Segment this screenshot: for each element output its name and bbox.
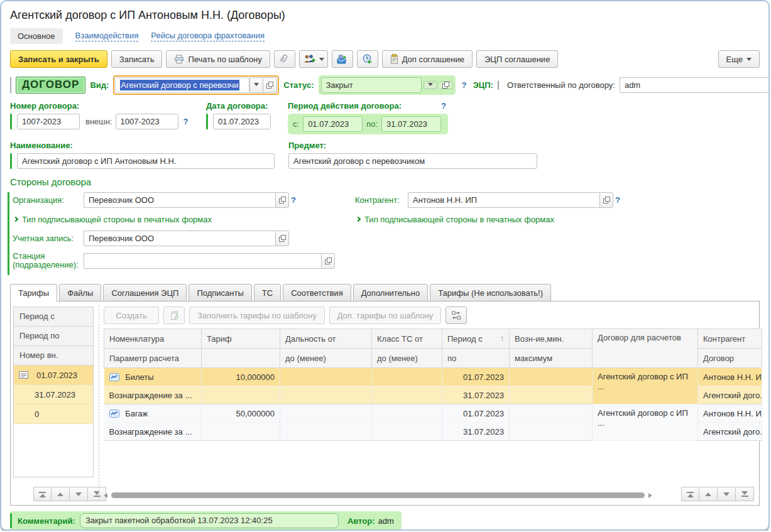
- history-button[interactable]: [357, 50, 378, 68]
- cell-class[interactable]: [372, 386, 442, 404]
- cell-fee[interactable]: [510, 404, 593, 423]
- send-email-button[interactable]: [332, 50, 353, 68]
- col-tariff[interactable]: Тариф: [202, 329, 280, 349]
- period-list-header-number[interactable]: Номер вн.: [14, 346, 93, 366]
- cell-class[interactable]: [372, 368, 442, 386]
- save-button[interactable]: Записать: [111, 50, 163, 68]
- col-period-to[interactable]: по: [442, 349, 510, 368]
- cell-distance[interactable]: [280, 404, 372, 423]
- cell-calc-contract[interactable]: Агентский договор с ИП ...: [593, 404, 698, 441]
- station-open-button[interactable]: [321, 253, 335, 269]
- ecp-checkbox[interactable]: [498, 80, 499, 90]
- cell-distance[interactable]: [280, 423, 372, 441]
- status-help-icon[interactable]: ?: [460, 80, 469, 90]
- print-template-button[interactable]: Печать по шаблону: [166, 50, 270, 68]
- cell-contract[interactable]: Агентский дого...: [698, 386, 762, 404]
- doc-flag-checkbox[interactable]: [10, 77, 11, 94]
- kind-open-button[interactable]: [263, 77, 277, 93]
- kind-dropdown-button[interactable]: [249, 77, 263, 93]
- cell-calc-param[interactable]: Вознаграждение за ...: [104, 386, 202, 404]
- organization-help-icon[interactable]: ?: [289, 195, 298, 205]
- tab-additional[interactable]: Дополнительно: [353, 284, 429, 301]
- go-last-button[interactable]: [736, 487, 754, 501]
- organization-input[interactable]: Перевозчик ООО: [84, 192, 275, 208]
- subject-input[interactable]: Агентский договор с перевозчиком: [288, 153, 537, 169]
- status-input[interactable]: Закрыт: [321, 77, 422, 93]
- account-open-button[interactable]: [275, 231, 289, 246]
- tab-signers[interactable]: Подписанты: [189, 284, 251, 301]
- responsible-input[interactable]: adm: [620, 77, 770, 93]
- date-input[interactable]: 01.07.2023: [213, 114, 271, 129]
- col-nomenclature[interactable]: Номенклатура: [104, 329, 202, 349]
- period-to-input[interactable]: 31.07.2023: [381, 116, 441, 132]
- table-row[interactable]: Билеты 10,000000 01.07.2023 Агентский до…: [104, 368, 762, 386]
- ecp-agreement-button[interactable]: ЭЦП соглашение: [476, 50, 558, 68]
- horizontal-scrollbar[interactable]: [104, 491, 652, 499]
- station-input[interactable]: [84, 253, 321, 269]
- name-input[interactable]: Агентский договор с ИП Антоновым Н.Н.: [17, 153, 275, 169]
- cell-nomenclature[interactable]: Багаж: [104, 404, 202, 423]
- col-tariff-sub[interactable]: [202, 349, 280, 368]
- dop-agreement-button[interactable]: Доп соглашение: [382, 50, 473, 68]
- col-distance-from[interactable]: Дальность от: [280, 329, 372, 349]
- cell-distance[interactable]: [280, 386, 372, 404]
- attach-file-button[interactable]: [274, 50, 295, 68]
- period-from-input[interactable]: 01.07.2023: [303, 116, 363, 132]
- scroll-right-icon[interactable]: [648, 493, 652, 498]
- tab-tariffs[interactable]: Тарифы: [10, 284, 57, 301]
- period-list-row-from[interactable]: 01.07.2023: [14, 366, 93, 385]
- refresh-from-template-button[interactable]: [446, 307, 467, 324]
- number-help-icon[interactable]: ?: [182, 117, 190, 126]
- cell-contract[interactable]: Агентский дого...: [698, 423, 762, 441]
- cell-calc-param[interactable]: Вознаграждение за ...: [104, 423, 202, 441]
- external-number-input[interactable]: 1007-2023: [116, 114, 178, 129]
- nav-link-interactions[interactable]: Взаимодействия: [75, 31, 139, 41]
- table-row[interactable]: Багаж 50,000000 01.07.2023 Агентский дог…: [104, 404, 762, 423]
- cell-counterparty[interactable]: Антонов Н.Н. ИП: [698, 404, 762, 423]
- col-fee-min[interactable]: Возн-ие,мин.: [510, 329, 593, 349]
- extra-tariffs-button[interactable]: Доп. тарифы по шаблону: [329, 307, 442, 324]
- counterparty-input[interactable]: Антонов Н.Н. ИП: [408, 192, 599, 208]
- cell-class[interactable]: [372, 423, 442, 441]
- cell-tariff[interactable]: [202, 386, 280, 404]
- col-calc-contract[interactable]: Договор для расчетов: [593, 329, 698, 368]
- save-and-close-button[interactable]: Записать и закрыть: [10, 50, 107, 68]
- go-down-button[interactable]: [70, 487, 88, 501]
- create-button[interactable]: Создать: [104, 307, 159, 324]
- cell-class[interactable]: [372, 404, 442, 423]
- cell-nomenclature[interactable]: Билеты: [104, 368, 202, 386]
- period-list-header-from[interactable]: Период с: [14, 307, 93, 327]
- period-list-row-number[interactable]: 0: [14, 404, 93, 424]
- counterparty-open-button[interactable]: [599, 192, 613, 208]
- cell-period-from[interactable]: 01.07.2023: [442, 404, 510, 423]
- cell-tariff[interactable]: 50,000000: [202, 404, 280, 423]
- cell-period-to[interactable]: 31.07.2023: [442, 423, 510, 441]
- tab-files[interactable]: Файлы: [59, 284, 101, 301]
- tab-tariffs-deprecated[interactable]: Тарифы (Не использовать!): [430, 284, 551, 301]
- col-fee-max[interactable]: максимум: [510, 349, 593, 368]
- tab-ts[interactable]: ТС: [254, 284, 281, 301]
- cell-period-to[interactable]: 31.07.2023: [442, 386, 510, 404]
- col-class-to[interactable]: до (менее): [372, 349, 442, 368]
- period-list-header-to[interactable]: Период по: [14, 327, 93, 346]
- signer-type-link-org[interactable]: Тип подписывающей стороны в печатных фор…: [14, 215, 212, 224]
- nav-tab-main[interactable]: Основное: [10, 28, 63, 44]
- copy-button[interactable]: [163, 307, 185, 324]
- panel-splitter[interactable]: [99, 305, 99, 501]
- cell-counterparty[interactable]: Антонов Н.Н. ИП: [698, 368, 762, 386]
- col-calc-param[interactable]: Параметр расчета: [104, 349, 202, 368]
- kind-input[interactable]: Агентский договор с перевозчи: [115, 77, 249, 93]
- scrollbar-thumb[interactable]: [111, 492, 645, 498]
- status-open-button[interactable]: [439, 81, 453, 89]
- col-counterparty[interactable]: Контрагент: [698, 329, 762, 349]
- tab-ecp-agreements[interactable]: Соглашения ЭЦП: [103, 284, 187, 301]
- cell-distance[interactable]: [280, 368, 372, 386]
- go-down-button[interactable]: [718, 487, 736, 501]
- cell-fee[interactable]: [510, 386, 593, 404]
- nav-link-charter-flights[interactable]: Рейсы договора фрахтования: [151, 31, 265, 41]
- number-input[interactable]: 1007-2023: [17, 114, 80, 129]
- counterparty-help-icon[interactable]: ?: [613, 195, 622, 205]
- fill-tariffs-button[interactable]: Заполнить тарифы по шаблону: [189, 307, 325, 324]
- go-up-button[interactable]: [699, 487, 718, 501]
- comment-input[interactable]: Закрыт пакетной обработкой 13.07.2023 12…: [80, 513, 339, 528]
